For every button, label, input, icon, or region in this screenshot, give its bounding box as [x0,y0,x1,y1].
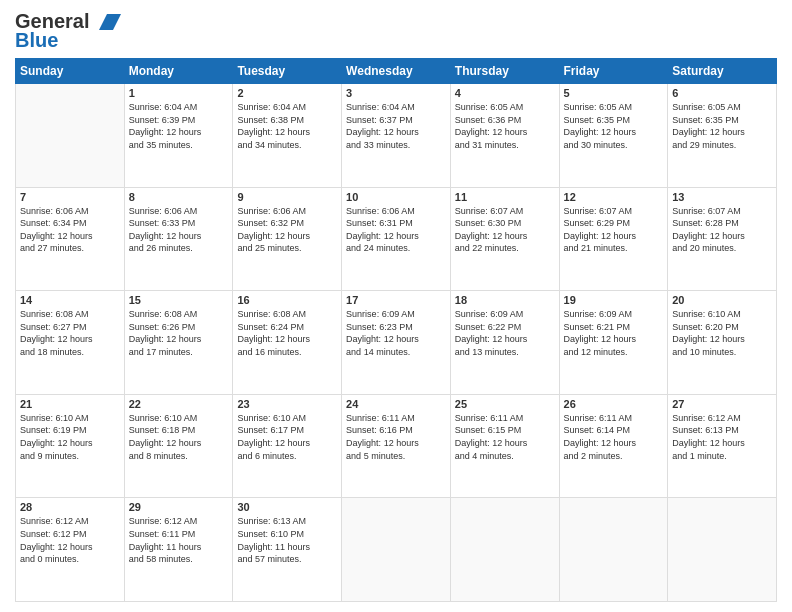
day-info: Sunrise: 6:04 AM Sunset: 6:39 PM Dayligh… [129,101,229,151]
day-info: Sunrise: 6:10 AM Sunset: 6:20 PM Dayligh… [672,308,772,358]
day-number: 17 [346,294,446,306]
day-number: 1 [129,87,229,99]
day-info: Sunrise: 6:07 AM Sunset: 6:28 PM Dayligh… [672,205,772,255]
day-info: Sunrise: 6:13 AM Sunset: 6:10 PM Dayligh… [237,515,337,565]
day-number: 22 [129,398,229,410]
day-number: 15 [129,294,229,306]
day-number: 5 [564,87,664,99]
calendar-cell: 22Sunrise: 6:10 AM Sunset: 6:18 PM Dayli… [124,394,233,498]
calendar-cell: 30Sunrise: 6:13 AM Sunset: 6:10 PM Dayli… [233,498,342,602]
calendar-header-monday: Monday [124,59,233,84]
day-number: 6 [672,87,772,99]
day-number: 10 [346,191,446,203]
calendar-cell: 20Sunrise: 6:10 AM Sunset: 6:20 PM Dayli… [668,291,777,395]
day-number: 28 [20,501,120,513]
logo: General Blue [15,10,121,52]
day-info: Sunrise: 6:06 AM Sunset: 6:32 PM Dayligh… [237,205,337,255]
calendar-header-wednesday: Wednesday [342,59,451,84]
day-number: 21 [20,398,120,410]
day-number: 14 [20,294,120,306]
calendar-cell [16,84,125,188]
calendar-cell: 3Sunrise: 6:04 AM Sunset: 6:37 PM Daylig… [342,84,451,188]
calendar-header-friday: Friday [559,59,668,84]
day-number: 13 [672,191,772,203]
day-number: 20 [672,294,772,306]
calendar-cell [450,498,559,602]
calendar-cell [342,498,451,602]
day-info: Sunrise: 6:05 AM Sunset: 6:35 PM Dayligh… [564,101,664,151]
logo-blue: Blue [15,29,58,52]
calendar-cell: 10Sunrise: 6:06 AM Sunset: 6:31 PM Dayli… [342,187,451,291]
header: General Blue [15,10,777,52]
calendar-header-thursday: Thursday [450,59,559,84]
calendar-cell: 6Sunrise: 6:05 AM Sunset: 6:35 PM Daylig… [668,84,777,188]
calendar-cell: 26Sunrise: 6:11 AM Sunset: 6:14 PM Dayli… [559,394,668,498]
day-number: 29 [129,501,229,513]
calendar-week-3: 21Sunrise: 6:10 AM Sunset: 6:19 PM Dayli… [16,394,777,498]
day-info: Sunrise: 6:07 AM Sunset: 6:29 PM Dayligh… [564,205,664,255]
day-info: Sunrise: 6:10 AM Sunset: 6:18 PM Dayligh… [129,412,229,462]
day-number: 11 [455,191,555,203]
day-number: 3 [346,87,446,99]
calendar-week-2: 14Sunrise: 6:08 AM Sunset: 6:27 PM Dayli… [16,291,777,395]
day-info: Sunrise: 6:06 AM Sunset: 6:34 PM Dayligh… [20,205,120,255]
day-info: Sunrise: 6:11 AM Sunset: 6:14 PM Dayligh… [564,412,664,462]
calendar-header-row: SundayMondayTuesdayWednesdayThursdayFrid… [16,59,777,84]
calendar-cell: 25Sunrise: 6:11 AM Sunset: 6:15 PM Dayli… [450,394,559,498]
calendar-week-4: 28Sunrise: 6:12 AM Sunset: 6:12 PM Dayli… [16,498,777,602]
day-number: 24 [346,398,446,410]
calendar-week-0: 1Sunrise: 6:04 AM Sunset: 6:39 PM Daylig… [16,84,777,188]
day-info: Sunrise: 6:06 AM Sunset: 6:33 PM Dayligh… [129,205,229,255]
day-info: Sunrise: 6:08 AM Sunset: 6:27 PM Dayligh… [20,308,120,358]
calendar-cell: 23Sunrise: 6:10 AM Sunset: 6:17 PM Dayli… [233,394,342,498]
day-number: 25 [455,398,555,410]
calendar-cell: 5Sunrise: 6:05 AM Sunset: 6:35 PM Daylig… [559,84,668,188]
calendar-cell: 27Sunrise: 6:12 AM Sunset: 6:13 PM Dayli… [668,394,777,498]
calendar-header-tuesday: Tuesday [233,59,342,84]
day-info: Sunrise: 6:10 AM Sunset: 6:17 PM Dayligh… [237,412,337,462]
day-number: 26 [564,398,664,410]
calendar-cell [559,498,668,602]
day-number: 23 [237,398,337,410]
day-number: 7 [20,191,120,203]
calendar-cell: 11Sunrise: 6:07 AM Sunset: 6:30 PM Dayli… [450,187,559,291]
calendar-cell: 28Sunrise: 6:12 AM Sunset: 6:12 PM Dayli… [16,498,125,602]
calendar-cell: 13Sunrise: 6:07 AM Sunset: 6:28 PM Dayli… [668,187,777,291]
calendar-cell: 2Sunrise: 6:04 AM Sunset: 6:38 PM Daylig… [233,84,342,188]
day-number: 8 [129,191,229,203]
day-info: Sunrise: 6:12 AM Sunset: 6:13 PM Dayligh… [672,412,772,462]
day-info: Sunrise: 6:09 AM Sunset: 6:22 PM Dayligh… [455,308,555,358]
day-info: Sunrise: 6:10 AM Sunset: 6:19 PM Dayligh… [20,412,120,462]
day-info: Sunrise: 6:12 AM Sunset: 6:12 PM Dayligh… [20,515,120,565]
day-info: Sunrise: 6:08 AM Sunset: 6:26 PM Dayligh… [129,308,229,358]
calendar-cell: 15Sunrise: 6:08 AM Sunset: 6:26 PM Dayli… [124,291,233,395]
calendar-cell: 29Sunrise: 6:12 AM Sunset: 6:11 PM Dayli… [124,498,233,602]
day-number: 9 [237,191,337,203]
day-number: 4 [455,87,555,99]
calendar-cell: 9Sunrise: 6:06 AM Sunset: 6:32 PM Daylig… [233,187,342,291]
calendar-week-1: 7Sunrise: 6:06 AM Sunset: 6:34 PM Daylig… [16,187,777,291]
calendar-cell: 17Sunrise: 6:09 AM Sunset: 6:23 PM Dayli… [342,291,451,395]
calendar-cell: 1Sunrise: 6:04 AM Sunset: 6:39 PM Daylig… [124,84,233,188]
day-number: 30 [237,501,337,513]
day-number: 2 [237,87,337,99]
day-info: Sunrise: 6:04 AM Sunset: 6:38 PM Dayligh… [237,101,337,151]
day-number: 12 [564,191,664,203]
calendar: SundayMondayTuesdayWednesdayThursdayFrid… [15,58,777,602]
calendar-cell: 19Sunrise: 6:09 AM Sunset: 6:21 PM Dayli… [559,291,668,395]
day-info: Sunrise: 6:11 AM Sunset: 6:16 PM Dayligh… [346,412,446,462]
day-info: Sunrise: 6:05 AM Sunset: 6:35 PM Dayligh… [672,101,772,151]
svg-marker-0 [99,14,121,30]
calendar-cell: 16Sunrise: 6:08 AM Sunset: 6:24 PM Dayli… [233,291,342,395]
day-info: Sunrise: 6:11 AM Sunset: 6:15 PM Dayligh… [455,412,555,462]
logo-icon [89,12,121,32]
day-number: 18 [455,294,555,306]
day-info: Sunrise: 6:06 AM Sunset: 6:31 PM Dayligh… [346,205,446,255]
calendar-cell [668,498,777,602]
calendar-cell: 4Sunrise: 6:05 AM Sunset: 6:36 PM Daylig… [450,84,559,188]
page: General Blue SundayMondayTuesdayWednesda… [0,0,792,612]
day-number: 27 [672,398,772,410]
calendar-cell: 8Sunrise: 6:06 AM Sunset: 6:33 PM Daylig… [124,187,233,291]
calendar-cell: 7Sunrise: 6:06 AM Sunset: 6:34 PM Daylig… [16,187,125,291]
day-info: Sunrise: 6:09 AM Sunset: 6:21 PM Dayligh… [564,308,664,358]
